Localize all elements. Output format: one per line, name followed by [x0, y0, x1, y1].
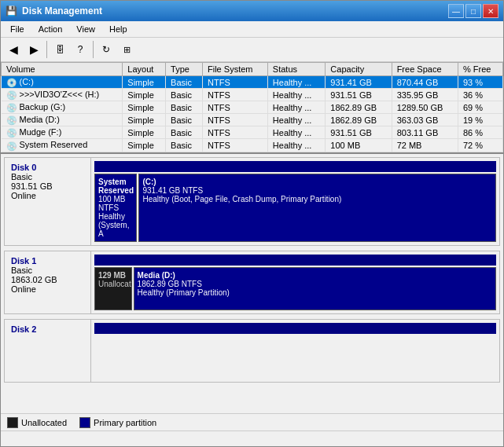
toolbar-forward[interactable]: ▶: [24, 40, 43, 59]
cell-type: Basic: [166, 76, 203, 89]
disk-segment[interactable]: 129 MB Unallocated: [94, 267, 132, 310]
cell-capacity: 100 MB: [326, 139, 392, 152]
cell-pctfree: 93 %: [458, 76, 502, 89]
disk-bar: [94, 255, 496, 266]
disk-size: 1863.02 GB: [11, 275, 84, 284]
maximize-button[interactable]: □: [465, 4, 481, 18]
disk-segment[interactable]: Media (D:) 1862.89 GB NTFS Healthy (Prim…: [134, 267, 496, 310]
cell-pctfree: 86 %: [458, 126, 502, 139]
legend-primary-box: [79, 417, 90, 428]
disk-partitions: [91, 320, 499, 382]
disk-segment[interactable]: System Reserved 100 MB NTFS Healthy (Sys…: [94, 174, 137, 242]
cell-capacity: 931.51 GB: [326, 89, 392, 101]
disk-name: Disk 2: [11, 324, 84, 334]
col-pctfree[interactable]: % Free: [458, 63, 502, 76]
disk-label: Disk 2: [5, 320, 91, 382]
disk-segments: 129 MB Unallocated Media (D:) 1862.89 GB…: [94, 267, 496, 310]
table-row[interactable]: 💿Media (D:)SimpleBasicNTFSHealthy ...186…: [2, 114, 503, 126]
segment-sub1: 931.41 GB NTFS: [142, 186, 492, 195]
col-volume[interactable]: Volume: [2, 63, 123, 76]
legend-primary: Primary partition: [79, 417, 156, 428]
cell-type: Basic: [166, 126, 203, 139]
disk-segments-empty: [94, 335, 496, 379]
cell-capacity: 931.41 GB: [326, 76, 392, 89]
segment-title: (C:): [142, 178, 492, 186]
cell-capacity: 1862.89 GB: [326, 101, 392, 114]
cell-pctfree: 19 %: [458, 114, 502, 126]
disk-row: Disk 2: [4, 319, 500, 383]
toolbar-extra[interactable]: ⊞: [117, 40, 136, 59]
col-type[interactable]: Type: [166, 63, 203, 76]
col-capacity[interactable]: Capacity: [326, 63, 392, 76]
close-button[interactable]: ✕: [483, 4, 498, 18]
toolbar-back[interactable]: ◀: [4, 40, 23, 59]
disk-segment[interactable]: (C:) 931.41 GB NTFS Healthy (Boot, Page …: [138, 174, 496, 242]
disk-bar: [94, 161, 496, 172]
col-freespace[interactable]: Free Space: [392, 63, 458, 76]
disk-name: Disk 0: [11, 163, 84, 172]
toolbar-sep1: [46, 41, 47, 58]
cell-fs: NTFS: [203, 89, 268, 101]
app-window: 💾 Disk Management — □ ✕ File Action View…: [0, 0, 504, 447]
cell-layout: Simple: [123, 89, 166, 101]
legend-bar: Unallocated Primary partition: [1, 413, 503, 431]
col-status[interactable]: Status: [267, 63, 326, 76]
segment-sub1: 1862.89 GB NTFS: [138, 280, 492, 288]
legend-unallocated-label: Unallocated: [21, 418, 67, 427]
segment-sub2: Healthy (Primary Partition): [138, 288, 492, 297]
toolbar-help[interactable]: ?: [71, 40, 90, 59]
cell-volume: 💿Media (D:): [2, 114, 123, 126]
cell-layout: Simple: [123, 76, 166, 89]
toolbar-refresh[interactable]: ↻: [97, 40, 116, 59]
cell-type: Basic: [166, 101, 203, 114]
cell-volume: 💿>>>VID3O'Z<<< (H:): [2, 89, 123, 101]
col-layout[interactable]: Layout: [123, 63, 166, 76]
disk-size: 931.51 GB: [11, 181, 84, 191]
cell-type: Basic: [166, 89, 203, 101]
cell-volume: 💿Backup (G:): [2, 101, 123, 114]
table-row[interactable]: 💿System ReservedSimpleBasicNTFSHealthy .…: [2, 139, 503, 152]
toolbar-properties[interactable]: 🗄: [50, 40, 69, 59]
legend-unallocated-box: [7, 417, 18, 428]
table-row[interactable]: 💿>>>VID3O'Z<<< (H:)SimpleBasicNTFSHealth…: [2, 89, 503, 101]
cell-status: Healthy ...: [267, 89, 326, 101]
disk-segments: System Reserved 100 MB NTFS Healthy (Sys…: [94, 174, 496, 242]
disk-partitions: System Reserved 100 MB NTFS Healthy (Sys…: [91, 158, 499, 245]
segment-title: 129 MB: [98, 271, 128, 280]
volume-table-area[interactable]: Volume Layout Type File System Status Ca…: [1, 62, 503, 154]
table-row[interactable]: 💿Mudge (F:)SimpleBasicNTFSHealthy ...931…: [2, 126, 503, 139]
disk-status: Online: [11, 284, 84, 294]
cell-layout: Simple: [123, 139, 166, 152]
cell-fs: NTFS: [203, 76, 268, 89]
cell-pctfree: 36 %: [458, 89, 502, 101]
cell-layout: Simple: [123, 126, 166, 139]
window-title: Disk Management: [22, 5, 102, 16]
menu-help[interactable]: Help: [103, 23, 134, 35]
menu-bar: File Action View Help: [1, 21, 503, 38]
disk-type: Basic: [11, 172, 84, 181]
title-bar: 💾 Disk Management — □ ✕: [1, 1, 503, 21]
cell-fs: NTFS: [203, 139, 268, 152]
disk-view-area[interactable]: Disk 0 Basic 931.51 GB Online System Res…: [1, 154, 503, 413]
cell-fs: NTFS: [203, 101, 268, 114]
cell-capacity: 1862.89 GB: [326, 114, 392, 126]
minimize-button[interactable]: —: [448, 4, 464, 18]
table-row[interactable]: 💿Backup (G:)SimpleBasicNTFSHealthy ...18…: [2, 101, 503, 114]
menu-action[interactable]: Action: [32, 23, 69, 35]
toolbar: ◀ ▶ 🗄 ? ↻ ⊞: [1, 38, 503, 62]
cell-status: Healthy ...: [267, 126, 326, 139]
disk-label: Disk 1 Basic 1863.02 GB Online: [5, 251, 91, 313]
table-row[interactable]: 💿(C:)SimpleBasicNTFSHealthy ...931.41 GB…: [2, 76, 503, 89]
cell-volume: 💿System Reserved: [2, 139, 123, 152]
segment-sub1: Unallocated: [98, 280, 128, 288]
cell-type: Basic: [166, 114, 203, 126]
cell-status: Healthy ...: [267, 76, 326, 89]
menu-view[interactable]: View: [70, 23, 101, 35]
cell-fs: NTFS: [203, 126, 268, 139]
menu-file[interactable]: File: [4, 23, 31, 35]
cell-volume: 💿Mudge (F:): [2, 126, 123, 139]
toolbar-sep2: [93, 41, 94, 58]
segment-title: System Reserved: [98, 178, 133, 195]
volume-table: Volume Layout Type File System Status Ca…: [1, 62, 503, 152]
col-fs[interactable]: File System: [203, 63, 268, 76]
